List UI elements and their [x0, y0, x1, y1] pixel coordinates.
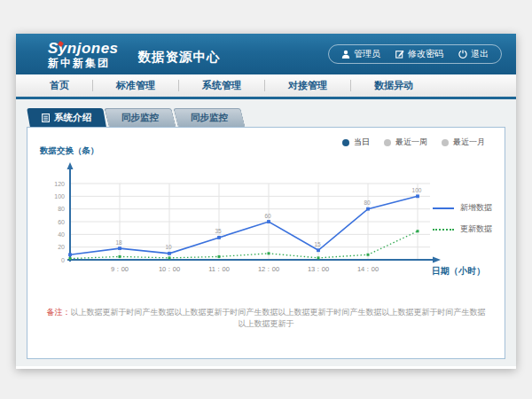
tab-label: 系统介绍 [54, 112, 91, 124]
footnote: 备注：以上数据更新于时间产生数据以上数据更新于时间产生数据以上数据更新于时间产生… [27, 307, 505, 330]
tab-label: 同步监控 [191, 112, 228, 124]
content-area: 系统介绍 同步监控 同步监控 当日 最近一周 [16, 99, 516, 366]
line-chart: 0204060801001209：0010：0011：0012：0013：001… [36, 160, 453, 288]
main-nav: 首页 标准管理 系统管理 对接管理 数据异动 [16, 74, 516, 99]
svg-text:60: 60 [58, 219, 65, 225]
svg-text:100: 100 [54, 193, 65, 200]
logout-button[interactable]: 退出 [458, 48, 489, 60]
svg-text:60: 60 [264, 213, 271, 219]
change-password-button[interactable]: 修改密码 [395, 48, 443, 60]
tab-sync-monitor-1[interactable]: 同步监控 [104, 108, 176, 127]
radio-label: 最近一月 [453, 137, 485, 148]
chart-panel: 当日 最近一周 最近一月 数据交换（条） 0204060801001209：00… [27, 127, 505, 359]
svg-text:12：00: 12：00 [258, 265, 279, 273]
radio-dot-icon [384, 139, 391, 146]
app-header: Synjones 新中新集团 数据资源中心 管理员 修改密码 [16, 34, 516, 74]
legend-item-new-data: 新增数据 [433, 202, 492, 214]
admin-user-button[interactable]: 管理员 [341, 48, 380, 60]
radio-last-month[interactable]: 最近一月 [442, 137, 485, 148]
logo-subtext: 新中新集团 [48, 58, 119, 68]
tab-bar: 系统介绍 同步监控 同步监控 [28, 108, 505, 127]
svg-text:0: 0 [61, 257, 65, 263]
x-axis-label: 日期（小时） [432, 265, 485, 278]
user-icon [341, 50, 350, 59]
svg-text:80: 80 [58, 206, 65, 212]
y-axis-label: 数据交换（条） [40, 145, 99, 157]
svg-text:80: 80 [364, 200, 371, 206]
svg-text:100: 100 [412, 187, 422, 193]
radio-last-week[interactable]: 最近一周 [384, 137, 427, 148]
chart-legend: 新增数据 更新数据 [433, 202, 492, 235]
svg-text:10: 10 [165, 244, 172, 250]
svg-text:20: 20 [58, 244, 65, 250]
svg-text:40: 40 [58, 231, 65, 238]
radio-label: 当日 [354, 137, 370, 148]
radio-label: 最近一周 [395, 137, 427, 148]
svg-text:11：00: 11：00 [208, 265, 230, 273]
tab-sync-monitor-2[interactable]: 同步监控 [173, 108, 245, 127]
svg-text:14：00: 14：00 [357, 265, 379, 273]
nav-item-interface-mgmt[interactable]: 对接管理 [265, 79, 350, 92]
svg-text:13：00: 13：00 [308, 265, 329, 273]
logout-label: 退出 [471, 48, 489, 60]
change-password-label: 修改密码 [408, 48, 443, 60]
legend-label: 新增数据 [460, 202, 492, 214]
nav-item-standard-mgmt[interactable]: 标准管理 [93, 79, 178, 92]
user-toolbar: 管理员 修改密码 退出 [328, 44, 502, 64]
tab-system-intro[interactable]: 系统介绍 [27, 108, 106, 127]
footnote-text: 以上数据更新于时间产生数据以上数据更新于时间产生数据以上数据更新于时间产生数据以… [71, 308, 486, 328]
nav-item-data-change[interactable]: 数据异动 [351, 79, 436, 92]
svg-text:35: 35 [215, 228, 222, 234]
admin-user-label: 管理员 [354, 48, 380, 60]
radio-dot-icon [342, 139, 349, 146]
svg-text:120: 120 [54, 181, 65, 187]
svg-text:18: 18 [115, 239, 122, 246]
footnote-prefix: 备注： [47, 308, 71, 317]
green-dotted-sample-icon [433, 229, 454, 231]
svg-text:15: 15 [314, 241, 321, 247]
edit-icon [395, 50, 404, 59]
app-window: Synjones 新中新集团 数据资源中心 管理员 修改密码 [16, 34, 516, 369]
document-icon [42, 113, 50, 122]
power-icon [458, 50, 467, 59]
legend-item-updated-data: 更新数据 [433, 223, 492, 235]
svg-text:9：00: 9：00 [111, 265, 129, 273]
radio-today[interactable]: 当日 [342, 137, 370, 148]
legend-label: 更新数据 [460, 223, 492, 235]
svg-text:10：00: 10：00 [159, 265, 180, 273]
company-logo: Synjones 新中新集团 [48, 41, 119, 68]
radio-dot-icon [442, 139, 449, 146]
page-title: 数据资源中心 [138, 49, 221, 66]
nav-item-system-mgmt[interactable]: 系统管理 [179, 79, 264, 92]
nav-item-home[interactable]: 首页 [27, 79, 92, 92]
date-range-filters: 当日 最近一周 最近一月 [342, 137, 485, 148]
tab-label: 同步监控 [121, 112, 159, 124]
blue-line-sample-icon [433, 207, 454, 209]
